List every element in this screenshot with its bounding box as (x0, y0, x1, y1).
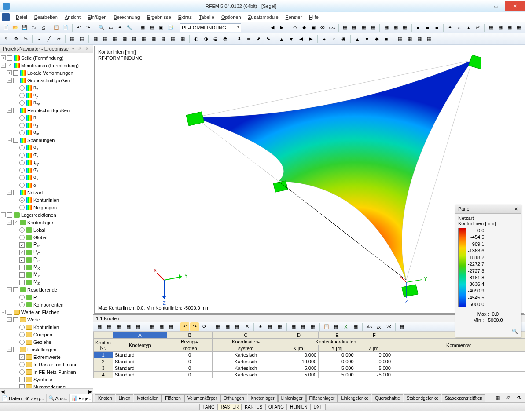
search-icon[interactable]: 🔍 (97, 23, 106, 32)
tt7-icon[interactable]: ▦ (157, 322, 166, 331)
cell[interactable]: 0.000 (319, 352, 356, 358)
paste-icon[interactable]: 📄 (62, 23, 70, 32)
tree-checkbox[interactable] (19, 340, 25, 345)
status-item[interactable]: FANG (199, 404, 217, 410)
expand-icon[interactable]: − (7, 78, 12, 83)
l1-icon[interactable]: ⬍ (235, 35, 243, 44)
new-icon[interactable]: 📄 (2, 23, 10, 32)
report-icon[interactable]: 📑 (166, 23, 175, 32)
tree-item[interactable]: MZ' (13, 278, 93, 286)
s2-icon[interactable]: ◑ (202, 35, 210, 44)
t3-icon[interactable]: ▦ (110, 35, 119, 44)
cell[interactable]: 0 (167, 358, 213, 365)
tree-checkbox[interactable] (19, 362, 25, 367)
col-header[interactable]: B (167, 332, 213, 339)
table-tab[interactable]: Linienlager (278, 394, 306, 402)
tree-item[interactable]: −Netzart (7, 189, 93, 196)
cut-icon[interactable]: ✂ (474, 23, 482, 32)
cell[interactable]: Standard (113, 365, 167, 372)
loadcase-combo[interactable]: RF-FORMFINDUNG (180, 23, 241, 32)
tree-item[interactable]: PZ' (13, 256, 93, 263)
v4-icon[interactable]: ▦ (515, 23, 523, 32)
balance-icon[interactable]: ⚖ (504, 394, 513, 402)
s3-icon[interactable]: ◒ (211, 35, 220, 44)
tt19-icon[interactable]: ▦ (289, 322, 298, 331)
cell[interactable]: 0.000 (279, 352, 319, 358)
grid-icon[interactable]: ▦ (68, 35, 77, 44)
flask-icon[interactable]: ⚗ (514, 394, 523, 402)
f4-icon[interactable]: ■ (382, 35, 391, 44)
tree-checkbox[interactable] (19, 93, 25, 98)
cell[interactable]: 10.000 (279, 358, 319, 365)
cell[interactable]: 5.000 (319, 372, 356, 378)
dim-icon[interactable]: ↔ (455, 23, 463, 32)
m1-icon[interactable]: ▦ (341, 23, 349, 32)
tree-checkbox[interactable] (7, 212, 12, 218)
cut2-icon[interactable]: ✂ (21, 35, 30, 44)
menu-ergebnisse[interactable]: Ergebnisse (143, 14, 175, 21)
nav-tab[interactable]: 🔍Ansi... (47, 394, 70, 402)
v2-icon[interactable]: ▦ (496, 23, 504, 32)
fx-icon[interactable]: fx (374, 322, 383, 331)
tt25-icon[interactable]: ▦ (351, 322, 360, 331)
tree-item[interactable]: Nummerierung (13, 383, 93, 388)
tt1-icon[interactable]: ▦ (95, 322, 104, 331)
table-tab[interactable]: Stabendgelenke (404, 394, 441, 402)
menu-optionen[interactable]: Optionen (218, 14, 245, 21)
tree-item[interactable]: In FE-Netz-Punkten (13, 368, 93, 376)
tree-item[interactable]: σ2 (13, 174, 93, 181)
m4-icon[interactable]: ▦ (369, 23, 377, 32)
tree-item[interactable]: In Raster- und manu (13, 361, 93, 368)
tree-checkbox[interactable] (19, 205, 25, 210)
calc-icon[interactable]: ▦ (138, 23, 147, 32)
r1-icon[interactable]: ◇ (290, 23, 299, 32)
tree-item[interactable]: Konturlinien (13, 196, 93, 204)
tree-checkbox[interactable] (7, 310, 12, 315)
tt8-icon[interactable]: ▦ (167, 322, 176, 331)
select-icon[interactable]: ▭ (106, 23, 115, 32)
tree-checkbox[interactable] (13, 287, 18, 292)
tree-item[interactable]: Extremwerte (13, 353, 93, 361)
c1-icon[interactable]: ■ (414, 23, 422, 32)
tree-item[interactable]: n1 (13, 114, 93, 121)
cell[interactable]: 0.000 (356, 352, 393, 358)
axis-icon[interactable]: ✦ (446, 23, 454, 32)
status-item[interactable]: DXF (311, 404, 326, 410)
expand-icon[interactable]: − (7, 317, 12, 322)
panel-close-icon[interactable]: ✕ (514, 206, 518, 212)
tree-item[interactable]: σx (13, 144, 93, 151)
t4-icon[interactable]: ▦ (120, 35, 129, 44)
tree-checkbox[interactable] (19, 250, 25, 255)
c3-icon[interactable]: ■ (433, 23, 441, 32)
cell[interactable]: Standard (113, 358, 167, 365)
tree-item[interactable]: Gezielte (13, 338, 93, 346)
m2-icon[interactable]: ▦ (350, 23, 359, 32)
g2-icon[interactable]: ▦ (391, 23, 400, 32)
excel-icon[interactable]: X (341, 322, 350, 331)
t9-icon[interactable]: ▦ (169, 35, 177, 44)
cell[interactable]: 0 (167, 372, 213, 378)
tree-checkbox[interactable] (19, 265, 25, 270)
cell[interactable]: Standard (113, 372, 167, 378)
table-tab[interactable]: Linien (116, 394, 134, 402)
tree-checkbox[interactable] (19, 227, 25, 233)
tree-item[interactable]: −Einstellungen (7, 346, 93, 353)
tree-item[interactable]: +Seile (Formfindung) (1, 54, 93, 62)
tt4-icon[interactable]: ▦ (124, 322, 133, 331)
legend-icon[interactable]: ▦ (493, 394, 502, 402)
tree-checkbox[interactable] (7, 55, 12, 61)
t1-icon[interactable]: ▦ (91, 35, 100, 44)
tree-checkbox[interactable] (19, 369, 25, 375)
table-icon[interactable]: ▤ (148, 23, 156, 32)
tt18-icon[interactable]: ▦ (275, 322, 284, 331)
e1-icon[interactable]: ● (320, 35, 329, 44)
tree-checkbox[interactable] (19, 130, 25, 135)
tree-item[interactable]: PX' (13, 241, 93, 248)
p3-icon[interactable]: ◀ (297, 35, 305, 44)
status-item[interactable]: OFANG (265, 404, 287, 410)
table-tab[interactable]: Stabexzentrizitäten (442, 394, 485, 402)
status-item[interactable]: HLINIEN (287, 404, 310, 410)
tt29-icon[interactable]: ▦ (398, 322, 407, 331)
tt26-icon[interactable]: abc (365, 322, 374, 331)
tree-checkbox[interactable] (13, 108, 18, 113)
